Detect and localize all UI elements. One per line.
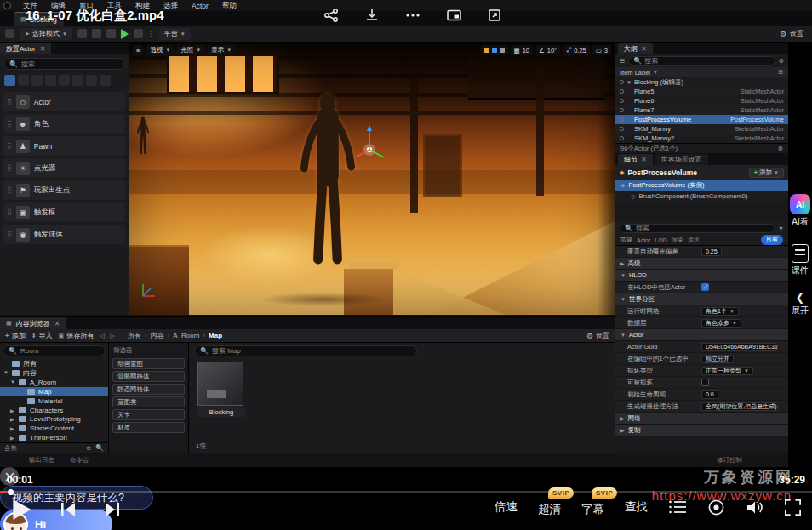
- component-row-root[interactable]: ◈ PostProcessVolume (实例): [615, 180, 788, 191]
- tree-item-thirdperson[interactable]: ▶ ThirdPerson: [0, 433, 108, 442]
- menu-actor[interactable]: Actor: [185, 2, 215, 10]
- blueprint-icon[interactable]: [92, 29, 101, 38]
- quality-button[interactable]: SVIP 超清: [538, 497, 561, 517]
- filter-tab-rendering[interactable]: 渲染: [672, 236, 683, 244]
- outliner-settings-icon[interactable]: ⚙: [779, 58, 784, 65]
- chevron-right-icon[interactable]: ▶: [10, 416, 15, 422]
- detail-dropdown[interactable]: 正常一种类型▼: [701, 367, 753, 375]
- chevron-right-icon[interactable]: ▶: [10, 435, 15, 441]
- category-lights-icon[interactable]: [31, 75, 43, 86]
- forward-icon[interactable]: ▷: [111, 333, 115, 339]
- courseware-button[interactable]: 课件: [791, 244, 809, 276]
- camera-speed-control[interactable]: ▭ 3: [592, 45, 611, 55]
- filter-tab-streaming[interactable]: 流送: [688, 236, 700, 244]
- play-button[interactable]: [12, 499, 32, 521]
- scale-snap-control[interactable]: ⤢ 0.25: [563, 45, 590, 55]
- mannequin-distant[interactable]: [136, 116, 150, 155]
- back-icon[interactable]: ◁: [100, 333, 104, 339]
- save-all-button[interactable]: ▣ 保存所有: [59, 331, 94, 340]
- place-item-player-start[interactable]: ⣿ ⚑ 玩家出生点: [3, 180, 125, 200]
- previous-episode-button[interactable]: [60, 502, 77, 517]
- gizmo-mode-icons[interactable]: [481, 45, 508, 55]
- column-options-icon[interactable]: ⊞: [778, 69, 783, 76]
- category-basic-icon[interactable]: [18, 75, 29, 86]
- chevron-right-icon[interactable]: ▶: [10, 425, 15, 431]
- tree-item-levelprototyping[interactable]: ▶ LevelPrototyping: [0, 414, 108, 424]
- detail-section-world-partition[interactable]: ▼ 世界分区: [615, 293, 788, 305]
- filter-blueprint-class[interactable]: 蓝图类: [112, 396, 185, 407]
- filter-tab-lod[interactable]: LOD: [655, 237, 666, 243]
- tree-item-all[interactable]: 所有: [0, 359, 108, 368]
- filter-funnel-icon[interactable]: ▼: [778, 225, 784, 231]
- detail-section-actor[interactable]: ▼ Actor: [615, 329, 788, 341]
- visibility-eye-icon[interactable]: [620, 99, 624, 103]
- output-log-button[interactable]: 输出日志: [29, 456, 54, 464]
- tree-search-input[interactable]: 🔍 Room: [3, 345, 106, 356]
- close-icon[interactable]: ✕: [40, 45, 46, 53]
- category-cinematic-icon[interactable]: [59, 75, 70, 86]
- rotate-tool-icon[interactable]: [500, 48, 505, 53]
- outliner-row-plane7[interactable]: Plane7 StaticMeshActor: [615, 105, 788, 115]
- chevron-down-icon[interactable]: ▼: [3, 370, 9, 375]
- tree-item-a-room[interactable]: ▼ A_Room: [0, 378, 108, 387]
- visibility-eye-icon[interactable]: [620, 89, 624, 94]
- filter-tab-actor[interactable]: Actor: [637, 237, 650, 243]
- pip-icon[interactable]: [444, 6, 463, 25]
- detail-value-input[interactable]: 0.25: [701, 248, 722, 256]
- detail-section-replication[interactable]: ▶ 复制: [615, 425, 788, 436]
- collections-row[interactable]: 合集 ⊕ 🔍: [0, 442, 108, 453]
- viewport-perspective-dropdown[interactable]: 透视 ▼: [146, 45, 174, 55]
- revision-control-button[interactable]: 修订控制: [717, 456, 759, 464]
- checkbox-unchecked[interactable]: [701, 379, 709, 386]
- outliner-row-postprocessvolume[interactable]: PostProcessVolume PostProcessVolume: [615, 115, 788, 124]
- outliner-column-header[interactable]: Item Label ▼ ⊞: [615, 67, 788, 77]
- category-recent-icon[interactable]: [4, 75, 15, 86]
- category-visual-icon[interactable]: [72, 75, 83, 86]
- filter-skeletal-mesh[interactable]: 骨骼网格体: [112, 371, 185, 382]
- ai-watch-button[interactable]: AI AI看: [790, 194, 810, 227]
- add-asset-button[interactable]: + 添加: [5, 331, 26, 340]
- filter-tab-all[interactable]: 所有: [761, 235, 783, 245]
- place-item-pawn[interactable]: ⣿ ♟ Pawn: [3, 136, 125, 156]
- playback-speed-button[interactable]: 倍速: [495, 499, 518, 515]
- category-shapes-icon[interactable]: [45, 75, 56, 86]
- move-tool-icon[interactable]: [492, 48, 497, 53]
- tree-item-material[interactable]: Material: [0, 396, 108, 406]
- visibility-eye-icon[interactable]: [620, 127, 624, 131]
- category-geometry-icon[interactable]: [86, 75, 97, 86]
- expand-button[interactable]: ❮ 展开: [791, 293, 809, 316]
- cinematics-icon[interactable]: [106, 29, 116, 38]
- place-item-actor[interactable]: ⣿ ◇ Actor: [3, 92, 125, 111]
- asset-search-input[interactable]: 🔍 搜索 Map: [194, 345, 417, 356]
- seek-handle[interactable]: [8, 489, 14, 495]
- breadcrumb-map[interactable]: Map: [209, 332, 222, 339]
- viewport-show-dropdown[interactable]: 显示 ▼: [208, 45, 235, 55]
- visibility-eye-icon[interactable]: [620, 117, 624, 122]
- filter-tab-general[interactable]: 常规: [620, 236, 632, 244]
- tree-item-content[interactable]: ▼ 内容: [0, 368, 108, 378]
- playlist-icon[interactable]: [668, 499, 687, 516]
- breadcrumb-all[interactable]: 所有: [128, 331, 141, 340]
- close-icon[interactable]: ✕: [641, 45, 647, 53]
- screen-record-icon[interactable]: [707, 499, 725, 516]
- tab-world-settings[interactable]: 世界场景设置: [655, 154, 708, 165]
- grid-snap-control[interactable]: ▦ 10: [511, 45, 533, 55]
- tree-item-map[interactable]: Map: [0, 387, 108, 396]
- detail-section-advanced[interactable]: ▶ 高级: [615, 258, 788, 270]
- outliner-filter-icon[interactable]: ☰: [620, 58, 625, 65]
- chevron-down-icon[interactable]: ▼: [10, 379, 15, 385]
- subtitle-button[interactable]: SVIP 字幕: [581, 497, 604, 517]
- close-icon[interactable]: ✕: [641, 156, 647, 163]
- tab-content-browser[interactable]: ▦ 内容浏览器 ✕: [0, 317, 66, 329]
- visibility-eye-icon[interactable]: [620, 136, 624, 140]
- more-options-icon[interactable]: ⋮: [148, 31, 154, 37]
- tab-outliner[interactable]: 大纲 ✕: [618, 43, 653, 54]
- transform-gizmo[interactable]: [352, 121, 393, 165]
- component-row-brush[interactable]: ◇ BrushComponent (BrushComponent0): [615, 191, 788, 202]
- volume-icon[interactable]: [746, 499, 763, 516]
- play-in-editor-button[interactable]: [121, 29, 129, 39]
- viewport-options-menu[interactable]: ≡: [133, 45, 143, 55]
- outliner-settings-icon[interactable]: ⚙: [778, 145, 783, 152]
- chevron-down-icon[interactable]: ▼: [626, 80, 632, 85]
- editor-mode-dropdown[interactable]: ➤ 选择模式 ▼: [20, 28, 72, 40]
